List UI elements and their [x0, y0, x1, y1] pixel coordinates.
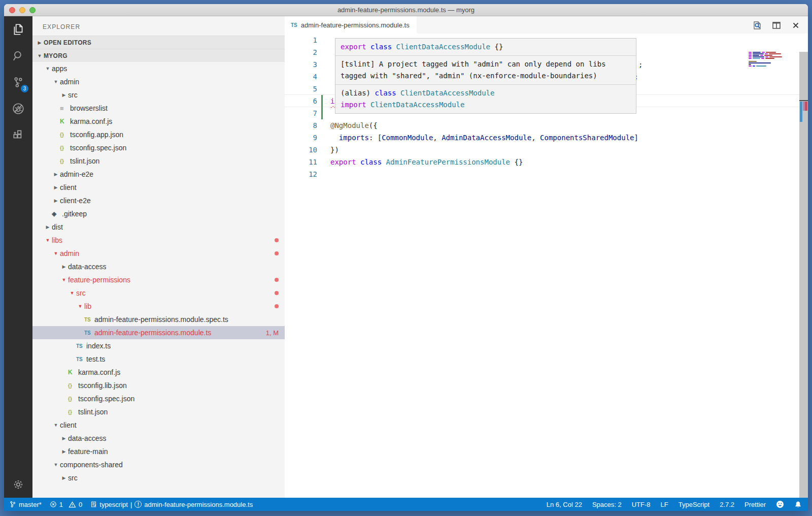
- source-control-icon[interactable]: 3: [4, 69, 32, 95]
- line-number: 11: [285, 158, 317, 166]
- split-editor-icon[interactable]: [771, 20, 782, 30]
- tree-file-karma.conf.js[interactable]: Kkarma.conf.js: [32, 115, 285, 128]
- tree-folder-src[interactable]: ▶src: [32, 471, 285, 485]
- chevron-right-icon: ▶: [36, 40, 44, 45]
- zoom-window-button[interactable]: [29, 7, 36, 13]
- tree-file-tslint.json[interactable]: {}tslint.json: [32, 405, 285, 418]
- settings-gear-icon[interactable]: [4, 471, 32, 498]
- status-item-prettier[interactable]: Prettier: [745, 501, 766, 508]
- minimize-window-button[interactable]: [19, 7, 25, 13]
- editor-group: TS admin-feature-permissions.module.ts: [285, 16, 808, 498]
- code-line-11[interactable]: 11export class AdminFeaturePermissionsMo…: [285, 156, 808, 168]
- linter-doc-icon: [90, 501, 97, 508]
- tree-file-karma.conf.js[interactable]: Kkarma.conf.js: [32, 366, 285, 379]
- tree-file-tsconfig.app.json[interactable]: {}tsconfig.app.json: [32, 128, 285, 141]
- tree-item-label: feature-permissions: [68, 276, 130, 284]
- tree-folder-libs[interactable]: ▼libs: [32, 234, 285, 247]
- ts-file-icon: TS: [84, 330, 94, 336]
- tree-item-label: client-e2e: [60, 197, 91, 205]
- tree-file-tsconfig.lib.json[interactable]: {}tsconfig.lib.json: [32, 379, 285, 392]
- karma-file-icon: K: [68, 369, 78, 376]
- tree-folder-client[interactable]: ▼client: [32, 418, 285, 432]
- chevron-right-icon: ▶: [52, 198, 60, 203]
- notifications-bell-icon[interactable]: [794, 501, 802, 508]
- tslint-status-item[interactable]: typescript | ! admin-feature-permissions…: [90, 501, 253, 508]
- status-item-ln-6-col-22[interactable]: Ln 6, Col 22: [547, 501, 582, 508]
- code-line-8[interactable]: 8@NgModule({: [285, 119, 808, 132]
- modified-dot-icon: [275, 278, 279, 282]
- tree-folder-admin[interactable]: ▼admin: [32, 247, 285, 260]
- tree-file-test.ts[interactable]: TStest.ts: [32, 352, 285, 366]
- warning-icon: [69, 501, 76, 508]
- tree-file-admin-feature-permissions.module.spec.ts[interactable]: TSadmin-feature-permissions.module.spec.…: [32, 313, 285, 326]
- search-icon[interactable]: [4, 43, 32, 69]
- status-item-typescript[interactable]: TypeScript: [679, 501, 709, 508]
- tree-folder-admin[interactable]: ▼admin: [32, 75, 285, 88]
- line-number: 12: [285, 170, 317, 178]
- tree-folder-src[interactable]: ▶src: [32, 88, 285, 102]
- tree-item-label: client: [60, 183, 77, 191]
- line-number: 5: [285, 85, 317, 93]
- extensions-icon[interactable]: [4, 122, 32, 148]
- tree-file-tsconfig.spec.json[interactable]: {}tsconfig.spec.json: [32, 141, 285, 154]
- tree-folder-admin-e2e[interactable]: ▶admin-e2e: [32, 168, 285, 181]
- explorer-sidebar: EXPLORER ▶ OPEN EDITORS ▼ MYORG ▼apps▼ad…: [32, 16, 285, 498]
- ts-spec-file-icon: TS: [84, 317, 94, 322]
- code-area[interactable]: 123;4';56import { ClientDataAccessModule…: [285, 34, 808, 498]
- tree-folder-apps[interactable]: ▼apps: [32, 62, 285, 75]
- explorer-icon[interactable]: [4, 16, 32, 43]
- tree-file-tslint.json[interactable]: {}tslint.json: [32, 154, 285, 168]
- status-item-lf[interactable]: LF: [661, 501, 668, 508]
- tree-item-label: karma.conf.js: [78, 368, 120, 376]
- tree-folder-lib[interactable]: ▼lib: [32, 300, 285, 313]
- tree-file-index.ts[interactable]: TSindex.ts: [32, 339, 285, 352]
- tree-item-label: admin-feature-permissions.module.spec.ts: [94, 315, 228, 324]
- tree-file-.gitkeep[interactable]: ◈.gitkeep: [32, 207, 285, 220]
- tab-admin-feature-permissions[interactable]: TS admin-feature-permissions.module.ts: [285, 16, 417, 34]
- tree-item-label: apps: [52, 64, 67, 73]
- status-item-utf-8[interactable]: UTF-8: [632, 501, 651, 508]
- section-myorg[interactable]: ▼ MYORG: [32, 49, 285, 62]
- json-file-icon: {}: [60, 158, 70, 164]
- code-line-9[interactable]: 9 imports: [CommonModule, AdminDataAcces…: [285, 132, 808, 144]
- file-tree: ▼apps▼admin▶src≡browserslistKkarma.conf.…: [32, 62, 285, 485]
- problems-item[interactable]: 1 0: [50, 501, 82, 508]
- tree-folder-src[interactable]: ▼src: [32, 286, 285, 300]
- chevron-right-icon: ▶: [52, 172, 60, 177]
- tree-folder-components-shared[interactable]: ▼components-shared: [32, 458, 285, 471]
- chevron-down-icon: ▼: [44, 66, 52, 71]
- debug-disabled-icon[interactable]: [4, 95, 32, 122]
- open-preview-icon[interactable]: [752, 20, 762, 30]
- close-window-button[interactable]: [9, 7, 15, 13]
- tree-file-tsconfig.spec.json[interactable]: {}tsconfig.spec.json: [32, 392, 285, 405]
- code-line-12[interactable]: 12: [285, 168, 808, 180]
- minimap[interactable]: [749, 52, 782, 67]
- status-item-spaces-2[interactable]: Spaces: 2: [592, 501, 622, 508]
- tree-folder-data-access[interactable]: ▶data-access: [32, 432, 285, 445]
- status-item-2-7-2[interactable]: 2.7.2: [720, 501, 734, 508]
- tree-folder-feature-main[interactable]: ▶feature-main: [32, 445, 285, 458]
- window-controls: [9, 7, 36, 13]
- overview-ruler-scrollbar[interactable]: [799, 52, 808, 498]
- tree-file-browserslist[interactable]: ≡browserslist: [32, 102, 285, 115]
- overview-error-mark: [805, 102, 807, 111]
- hover-tooltip: export class ClientDataAccessModule {} […: [335, 38, 636, 114]
- hover-alias: (alias) class ClientDataAccessModule imp…: [335, 84, 636, 113]
- ts-file-icon: TS: [76, 343, 86, 349]
- git-branch-item[interactable]: master*: [9, 501, 42, 508]
- tree-folder-data-access[interactable]: ▶data-access: [32, 260, 285, 273]
- status-bar: master* 1 0 typescript | ! admin-feature…: [4, 498, 808, 511]
- feedback-smiley-icon[interactable]: [776, 500, 784, 508]
- typescript-file-icon: TS: [291, 22, 297, 28]
- chevron-down-icon: ▼: [36, 53, 44, 58]
- tree-file-admin-feature-permissions.module.ts[interactable]: TSadmin-feature-permissions.module.ts1, …: [32, 326, 285, 339]
- section-open-editors[interactable]: ▶ OPEN EDITORS: [32, 36, 285, 49]
- title-bar[interactable]: admin-feature-permissions.module.ts — my…: [4, 4, 808, 16]
- close-icon[interactable]: [791, 20, 801, 30]
- tree-item-label: tsconfig.app.json: [70, 131, 123, 139]
- code-line-10[interactable]: 10}): [285, 144, 808, 156]
- tree-folder-client-e2e[interactable]: ▶client-e2e: [32, 194, 285, 207]
- tree-folder-dist[interactable]: ▶dist: [32, 220, 285, 234]
- tree-folder-client[interactable]: ▶client: [32, 181, 285, 194]
- tree-folder-feature-permissions[interactable]: ▼feature-permissions: [32, 273, 285, 286]
